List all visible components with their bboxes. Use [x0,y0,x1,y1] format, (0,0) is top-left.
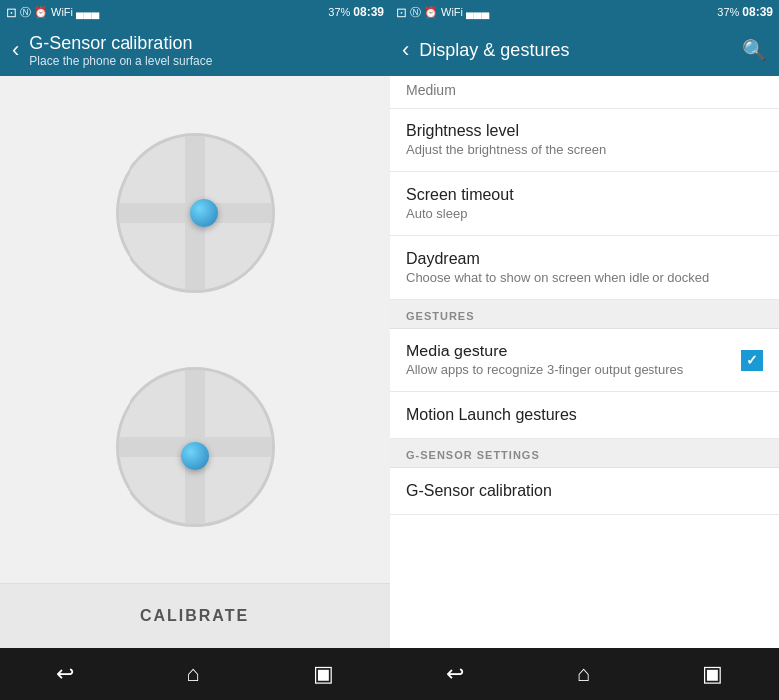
setting-gsensor-calibration[interactable]: G-Sensor calibration [390,468,779,515]
setting-subtitle-daydream: Choose what to show on screen when idle … [406,270,763,285]
nav-bar-right: ↩ ⌂ ▣ [390,648,779,700]
wifi-icon-right: WiFi [441,6,463,18]
bottom-circle [116,367,275,527]
setting-title-media-gesture: Media gesture [406,343,731,360]
status-bar-left: ⊡ Ⓝ ⏰ WiFi ▄▄▄ 37% 08:39 [0,0,390,24]
calibrate-button[interactable]: CALIBRATE [0,584,390,648]
top-bar-right: ‹ Display & gestures 🔍 [390,24,779,76]
app-icon: ⊡ [6,5,17,20]
setting-brightness[interactable]: Brightness level Adjust the brightness o… [390,109,779,172]
setting-title-daydream: Daydream [406,250,763,268]
back-nav-left[interactable]: ↩ [48,653,82,695]
wifi-icon: WiFi [51,6,73,18]
setting-motion-launch[interactable]: Motion Launch gestures [390,392,779,439]
setting-media-gesture-content: Media gesture Allow apps to recognize 3-… [406,343,741,377]
home-nav-left[interactable]: ⌂ [178,653,207,695]
nfc-icon-right: Ⓝ [410,5,421,20]
signal-icon: ▄▄▄ [76,6,99,18]
page-subtitle-left: Place the phone on a level surface [29,54,212,68]
home-nav-right[interactable]: ⌂ [569,653,598,695]
right-panel: ⊡ Ⓝ ⏰ WiFi ▄▄▄ 37% 08:39 ‹ Display & ges… [390,0,779,700]
setting-title-gsensor: G-Sensor calibration [406,482,763,500]
setting-title-motion-launch: Motion Launch gestures [406,406,763,424]
alarm-icon-right: ⏰ [424,6,438,19]
setting-daydream[interactable]: Daydream Choose what to show on screen w… [390,236,779,300]
bottom-circle-container [116,367,275,527]
bubble-top [190,199,218,227]
status-right-left-icons: ⊡ Ⓝ ⏰ WiFi ▄▄▄ [396,5,489,20]
calibrate-bar: CALIBRATE [0,583,390,648]
left-panel: ⊡ Ⓝ ⏰ WiFi ▄▄▄ 37% 08:39 ‹ G-Sensor cali… [0,0,390,700]
back-nav-right[interactable]: ↩ [438,653,472,695]
battery-text-right: 37% [717,6,739,18]
status-bar-right: ⊡ Ⓝ ⏰ WiFi ▄▄▄ 37% 08:39 [390,0,779,24]
page-title-left: G-Sensor calibration [29,33,212,54]
battery-text: 37% [328,6,350,18]
back-button-right[interactable]: ‹ [402,37,409,63]
setting-subtitle-brightness: Adjust the brightness of the screen [406,142,763,157]
top-circle-container [116,133,275,293]
setting-subtitle-media-gesture: Allow apps to recognize 3-finger output … [406,362,731,377]
recents-nav-left[interactable]: ▣ [305,653,342,695]
recents-nav-right[interactable]: ▣ [694,653,731,695]
page-title-right: Display & gestures [419,40,569,61]
calibration-content [0,76,390,583]
app-icon-right: ⊡ [396,5,407,20]
nav-bar-left: ↩ ⌂ ▣ [0,648,390,700]
section-header-gestures: GESTURES [390,300,779,329]
time-left: 08:39 [353,5,384,19]
medium-label: Medium [390,76,779,109]
setting-subtitle-timeout: Auto sleep [406,206,763,221]
setting-screen-timeout[interactable]: Screen timeout Auto sleep [390,172,779,236]
bubble-bottom [181,442,209,470]
settings-list: Medium Brightness level Adjust the brigh… [390,76,779,648]
status-right-icons: 37% 08:39 [328,5,384,19]
status-left-icons: ⊡ Ⓝ ⏰ WiFi ▄▄▄ [6,5,99,20]
setting-title-brightness: Brightness level [406,122,763,140]
section-header-gsensor: G-SENSOR SETTINGS [390,439,779,468]
setting-title-timeout: Screen timeout [406,186,763,204]
header-title-group-left: G-Sensor calibration Place the phone on … [29,33,212,68]
alarm-icon: ⏰ [34,6,48,19]
nfc-icon: Ⓝ [20,5,31,20]
back-button-left[interactable]: ‹ [12,37,19,63]
status-right-right-icons: 37% 08:39 [717,5,773,19]
top-circle [116,133,275,293]
search-icon[interactable]: 🔍 [742,38,767,62]
time-right: 08:39 [742,5,773,19]
setting-media-gesture[interactable]: Media gesture Allow apps to recognize 3-… [390,329,779,392]
top-bar-left: ‹ G-Sensor calibration Place the phone o… [0,24,390,76]
signal-icon-right: ▄▄▄ [466,6,489,18]
media-gesture-checkbox[interactable] [741,350,763,371]
